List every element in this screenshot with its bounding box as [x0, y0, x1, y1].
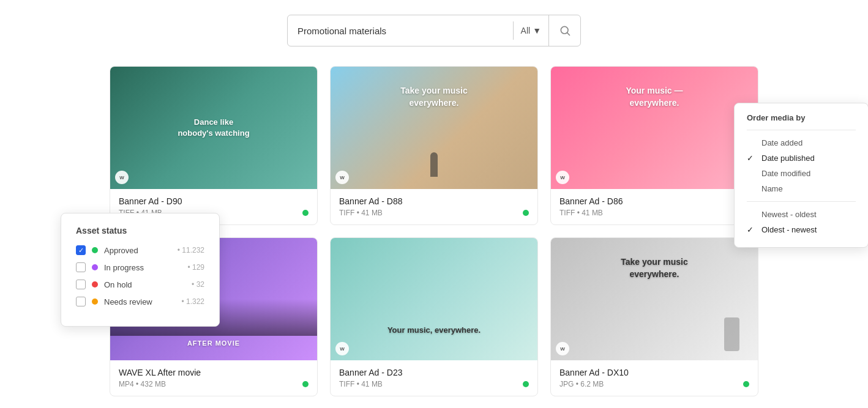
svg-line-1 — [567, 33, 569, 35]
card-status-d23 — [523, 381, 529, 387]
card-thumb-dx10: Take your musiceverywhere. W — [551, 238, 758, 360]
search-input[interactable] — [288, 26, 513, 36]
sort-newest-oldest[interactable]: Newest - oldest — [747, 207, 856, 222]
thumb-overlay-d23: Your music, everywhere. — [387, 325, 481, 336]
status-checkbox-inprogress[interactable] — [76, 262, 86, 272]
wave-logo-d86: W — [556, 171, 569, 184]
thumb-bg-d23: Your music, everywhere. W — [331, 238, 537, 360]
sort-date-modified-label: Date modified — [761, 169, 810, 178]
card-thumb-d23: Your music, everywhere. W — [331, 238, 537, 360]
thumb-bg-dance: Dance likenobody's watching W — [110, 67, 317, 189]
card-meta-d86: TIFF • 41 MB — [559, 209, 749, 217]
card-info-d23: Banner Ad - D23 TIFF • 41 MB — [331, 360, 537, 396]
checkmark-icon: ✓ — [78, 247, 84, 254]
thumb-overlay-wavexl: AFTER MOVIE — [187, 339, 240, 348]
status-checkbox-onhold[interactable] — [76, 280, 86, 289]
card-status-dx10 — [743, 381, 749, 387]
checkmark-oldest-newest: ✓ — [747, 225, 757, 234]
sort-date-published-label: Date published — [761, 154, 815, 163]
status-label-onhold: On hold — [104, 280, 185, 289]
filter-label: All — [521, 26, 531, 35]
wave-logo-dance: W — [115, 171, 129, 184]
status-label-approved: Approved — [104, 246, 171, 255]
status-count-inprogress: • 129 — [187, 263, 204, 272]
thumb-bg-dx10: Take your musiceverywhere. W — [551, 238, 758, 360]
thumb-overlay-dx10: Take your musiceverywhere. — [621, 256, 687, 280]
status-item-approved[interactable]: ✓ Approved • 11.232 — [76, 245, 204, 255]
card-thumb-d88: Take your musiceverywhere. W — [331, 67, 537, 189]
card-title-d23: Banner Ad - D23 — [339, 368, 529, 377]
status-dot-onhold — [92, 281, 98, 287]
figure-silhouette-d88 — [430, 152, 438, 177]
sort-date-added[interactable]: Date added — [747, 135, 856, 150]
status-label-inprogress: In progress — [104, 263, 181, 272]
thumb-overlay-dance: Dance likenobody's watching — [122, 117, 305, 139]
card-meta-d23: TIFF • 41 MB — [339, 380, 529, 388]
search-filter-dropdown[interactable]: All ▼ — [514, 26, 548, 35]
status-item-needsreview[interactable]: Needs review • 1.322 — [76, 297, 204, 306]
status-label-needsreview: Needs review — [104, 297, 175, 306]
status-checkbox-needsreview[interactable] — [76, 297, 86, 306]
sort-oldest-newest-label: Oldest - newest — [761, 225, 817, 234]
card-meta-wavexl: MP4 • 432 MB — [119, 380, 309, 388]
media-card-d23[interactable]: Your music, everywhere. W Banner Ad - D2… — [330, 237, 538, 396]
search-bar: All ▼ — [0, 0, 868, 66]
status-count-approved: • 11.232 — [178, 246, 204, 254]
card-meta-d88: TIFF • 41 MB — [339, 209, 529, 217]
card-title-dance: Banner Ad - D90 — [119, 196, 309, 206]
status-item-inprogress[interactable]: In progress • 129 — [76, 262, 204, 272]
card-title-dx10: Banner Ad - DX10 — [559, 368, 749, 377]
search-container: All ▼ — [287, 15, 581, 46]
sort-date-published[interactable]: ✓ Date published — [747, 150, 856, 166]
card-format-dx10: JPG • 6.2 MB — [559, 380, 604, 388]
card-title-d88: Banner Ad - D88 — [339, 196, 529, 206]
thumb-overlay-d86: Your music —everywhere. — [557, 85, 752, 109]
status-dot-needsreview — [92, 299, 98, 305]
asset-status-title: Asset status — [76, 226, 204, 236]
order-media-panel: Order media by Date added ✓ Date publish… — [734, 103, 868, 248]
search-icon — [559, 24, 571, 37]
media-card-d88[interactable]: Take your musiceverywhere. W Banner Ad -… — [330, 66, 538, 225]
sort-divider-middle — [747, 201, 856, 202]
card-title-wavexl: WAVE XL After movie — [119, 368, 309, 377]
wave-logo-d23: W — [335, 342, 349, 355]
sort-newest-oldest-label: Newest - oldest — [761, 210, 817, 219]
media-card-d86[interactable]: Your music —everywhere. W Banner Ad - D8… — [550, 66, 758, 225]
sort-oldest-newest[interactable]: ✓ Oldest - newest — [747, 222, 856, 237]
sort-name-label: Name — [761, 184, 783, 193]
card-info-d88: Banner Ad - D88 TIFF • 41 MB — [331, 189, 537, 224]
status-dot-inprogress — [92, 264, 98, 270]
card-status-d88 — [523, 210, 529, 216]
main-content: Asset status ✓ Approved • 11.232 In prog… — [97, 66, 771, 408]
chevron-down-icon: ▼ — [533, 26, 541, 35]
sort-divider-top — [747, 130, 856, 130]
card-status-wavexl — [302, 381, 309, 387]
order-panel-title: Order media by — [747, 113, 856, 122]
thumb-bg-d88: Take your musiceverywhere. W — [331, 67, 537, 189]
card-thumb-dance: Dance likenobody's watching W — [110, 67, 317, 189]
search-button[interactable] — [548, 15, 580, 46]
card-thumb-d86: Your music —everywhere. W — [551, 67, 758, 189]
sort-date-modified[interactable]: Date modified — [747, 166, 856, 181]
status-checkbox-approved[interactable]: ✓ — [76, 245, 86, 255]
sort-name[interactable]: Name — [747, 181, 856, 196]
asset-status-panel: Asset status ✓ Approved • 11.232 In prog… — [61, 213, 220, 327]
card-status-dance — [302, 210, 309, 216]
card-title-d86: Banner Ad - D86 — [559, 196, 749, 206]
media-card-dance[interactable]: Dance likenobody's watching W Banner Ad … — [110, 66, 318, 225]
wave-logo-d88: W — [335, 171, 349, 184]
status-dot-approved — [92, 247, 98, 253]
thumb-overlay-d88: Take your musiceverywhere. — [400, 85, 467, 109]
card-info-dx10: Banner Ad - DX10 JPG • 6.2 MB — [551, 360, 758, 396]
card-format-d86: TIFF • 41 MB — [559, 209, 603, 217]
thumb-bg-d86: Your music —everywhere. W — [551, 67, 758, 189]
card-info-d86: Banner Ad - D86 TIFF • 41 MB — [551, 189, 758, 224]
status-item-onhold[interactable]: On hold • 32 — [76, 280, 204, 289]
sort-date-added-label: Date added — [761, 138, 803, 147]
card-format-d23: TIFF • 41 MB — [339, 380, 383, 388]
card-meta-dx10: JPG • 6.2 MB — [559, 380, 749, 388]
card-format-wavexl: MP4 • 432 MB — [119, 380, 166, 388]
card-info-wavexl: WAVE XL After movie MP4 • 432 MB — [110, 360, 317, 396]
card-format-d88: TIFF • 41 MB — [339, 209, 383, 217]
media-card-dx10[interactable]: Take your musiceverywhere. W Banner Ad -… — [550, 237, 758, 396]
